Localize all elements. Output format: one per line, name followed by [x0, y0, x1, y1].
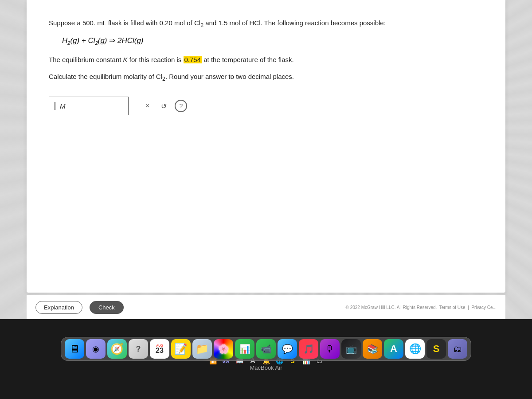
answer-button-group: × ↺ ?: [142, 100, 187, 112]
messages-icon: 💬: [282, 344, 293, 354]
a-letter-icon: A: [390, 343, 397, 355]
dock-help[interactable]: ?: [129, 339, 148, 359]
privacy-link[interactable]: Privacy Ce...: [471, 305, 497, 310]
explanation-button[interactable]: Explanation: [35, 301, 82, 314]
dock-extra[interactable]: 🗂: [448, 339, 467, 359]
photos-icon: 🌸: [218, 344, 229, 354]
dock-calendar[interactable]: AUG 23: [150, 339, 169, 359]
copyright-text: © 2022 McGraw Hill LLC. All Rights Reser…: [346, 305, 497, 310]
undo-button[interactable]: ↺: [157, 100, 170, 112]
help-icon: ?: [136, 344, 141, 354]
chrome-icon: 🌐: [409, 343, 421, 355]
dock-siri[interactable]: ◉: [86, 339, 106, 359]
dock-facetime[interactable]: 📹: [256, 339, 276, 359]
content-area: Suppose a 500. mL flask is filled with 0…: [27, 0, 505, 293]
scrivener-icon: S: [433, 343, 440, 355]
calendar-day-icon: 23: [156, 347, 164, 354]
dock-books[interactable]: 📚: [363, 339, 382, 359]
dock-finder[interactable]: 🖥: [65, 339, 84, 359]
siri-icon: ◉: [92, 344, 99, 354]
bottom-bar: Explanation Check © 2022 McGraw Hill LLC…: [27, 295, 505, 319]
music-icon: 🎵: [303, 344, 314, 354]
dock-a-icon[interactable]: A: [384, 339, 403, 359]
dock-podcasts[interactable]: 🎙: [320, 339, 340, 359]
dock-chrome[interactable]: 🌐: [405, 339, 425, 359]
books-icon: 📚: [367, 344, 378, 354]
dock-notes[interactable]: 📝: [171, 339, 191, 359]
dock-charts[interactable]: 📊: [235, 339, 254, 359]
dock-safari[interactable]: 🧭: [107, 339, 127, 359]
dock-music[interactable]: 🎵: [299, 339, 318, 359]
dock-scrivener[interactable]: S: [426, 339, 446, 359]
safari-icon: 🧭: [110, 343, 124, 355]
chemical-equation: H2(g) + Cl2(g) ⇒ 2HCl(g): [62, 36, 483, 46]
tv-icon: 📺: [346, 344, 357, 354]
facetime-icon: 📹: [261, 344, 272, 354]
dock-area: 📶 atv 📖 A 🔔 🌐 S 📊 🗂 🖥 ◉ 🧭 ? AUG: [0, 337, 532, 395]
equilibrium-constant-text: The equilibrium constant K for this reac…: [49, 55, 483, 65]
dock-bar: 🖥 ◉ 🧭 ? AUG 23 📝 📁 🌸: [61, 337, 471, 361]
clear-button[interactable]: ×: [142, 100, 153, 112]
extra-icon: 🗂: [453, 344, 462, 354]
laptop-screen: 0/3 ⌄ Suppose a 500. mL flask is filled …: [0, 0, 532, 319]
podcasts-icon: 🎙: [325, 344, 334, 354]
help-button[interactable]: ?: [175, 100, 187, 112]
answer-input-box[interactable]: M: [49, 97, 129, 115]
problem-intro: Suppose a 500. mL flask is filled with 0…: [49, 18, 483, 30]
finder-icon: 🖥: [69, 343, 80, 355]
cursor: [55, 102, 55, 110]
terms-link[interactable]: Terms of Use: [439, 305, 466, 310]
unit-label: M: [60, 102, 66, 110]
dock-photos[interactable]: 🌸: [214, 339, 233, 359]
answer-row: M × ↺ ?: [49, 97, 483, 115]
dock-tv[interactable]: 📺: [341, 339, 361, 359]
dock-folder[interactable]: 📁: [192, 339, 212, 359]
charts-icon: 📊: [239, 344, 250, 354]
question-text: Calculate the equilibrium molarity of Cl…: [49, 71, 483, 83]
dock-messages[interactable]: 💬: [278, 339, 297, 359]
folder-icon: 📁: [196, 343, 209, 355]
notes-icon: 📝: [174, 343, 188, 355]
check-button[interactable]: Check: [90, 301, 124, 314]
